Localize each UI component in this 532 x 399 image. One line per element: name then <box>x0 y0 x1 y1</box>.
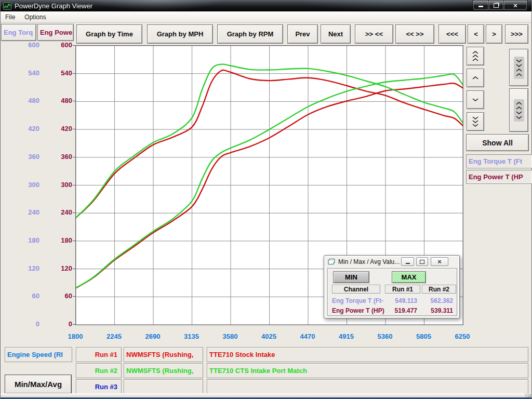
toolbar-button-eng-torq[interactable]: Eng Torq <box>1 24 36 41</box>
chevron-up-icon <box>472 58 479 61</box>
scroll-triple-down-button[interactable] <box>467 112 484 131</box>
chevron-down-icon <box>472 98 479 101</box>
toolbar-button-button[interactable]: >> << <box>355 24 393 44</box>
legend-run-label-3: Run #3 <box>76 379 122 394</box>
minimize-icon <box>478 6 483 7</box>
dialog-panel: MIN MAX Channel Run #1 Run #2 Eng Torque… <box>327 268 457 316</box>
x-tick: 3580 <box>217 332 244 340</box>
x-tick: 5360 <box>371 332 398 340</box>
toolbar-button-graph-by-rpm[interactable]: Graph by RPM <box>217 24 283 44</box>
toolbar-button-prev[interactable]: Prev <box>287 24 318 44</box>
min-button[interactable]: MIN <box>333 271 369 283</box>
zoom-in-y-button[interactable] <box>509 49 528 86</box>
channel-box-eng-power-t-hp[interactable]: Eng Power T (HP <box>466 170 532 184</box>
toolbar-button-graph-by-mph[interactable]: Graph by MPH <box>147 24 213 44</box>
chevron-up-icon <box>515 73 523 76</box>
legend-run-label-1: Run #1 <box>76 347 122 362</box>
x-tick: 4915 <box>333 332 360 340</box>
status-bar <box>1 393 531 399</box>
y-tick-power: 240 <box>41 208 72 216</box>
legend-desc-cell-1[interactable]: TTE710 Stock Intake <box>207 347 528 362</box>
y-tick-torque: 420 <box>3 125 39 132</box>
chevron-up-icon <box>472 55 479 58</box>
legend-name-cell-3[interactable] <box>124 379 203 394</box>
x-channel-box[interactable]: Engine Speed (RI <box>5 347 72 362</box>
y-tick-power: 0 <box>41 320 72 328</box>
menu-file[interactable]: File <box>1 12 20 22</box>
toolbar-button-button[interactable]: <<< <box>438 24 466 44</box>
show-all-button[interactable]: Show All <box>466 134 529 151</box>
legend-desc-cell-3[interactable] <box>207 379 528 394</box>
y-tick-power: 120 <box>41 264 72 272</box>
chevron-down-icon <box>515 111 523 114</box>
chevron-up-icon <box>472 51 479 54</box>
y-tick-torque: 360 <box>3 153 39 161</box>
y-tick-torque: 0 <box>3 320 39 328</box>
chevron-down-icon <box>472 120 479 123</box>
y-tick-torque: 480 <box>3 97 39 104</box>
dialog-torque-run1-value: 549.113 <box>385 297 417 304</box>
restore-button[interactable] <box>489 0 504 10</box>
y-tick-torque: 240 <box>3 208 39 216</box>
zoom-out-y-button[interactable] <box>509 88 528 132</box>
zoom-in-y-well <box>514 57 524 79</box>
dialog-power-run1-value: 519.477 <box>385 307 417 314</box>
legend-desc-cell-2[interactable]: TTE710 CTS Intake Port Match <box>207 363 528 378</box>
minimize-button[interactable] <box>473 0 489 10</box>
dialog-restore-icon <box>420 260 424 264</box>
y-tick-power: 180 <box>41 236 72 244</box>
dialog-minimize-icon <box>406 263 410 264</box>
dialog-header-channel: Channel <box>332 285 380 294</box>
y-tick-power: 540 <box>41 69 72 77</box>
toolbar-button-button[interactable]: >>> <box>505 24 528 44</box>
legend-name-cell-2[interactable]: NWMSFTS (Rushing, <box>124 363 203 378</box>
minmaxavg-button[interactable]: Min/Max/Avg <box>5 375 72 394</box>
y-tick-power: 600 <box>41 41 72 49</box>
y-tick-power: 360 <box>41 153 72 161</box>
legend-name-cell-1[interactable]: NWMSFTS (Rushing, <box>124 347 203 362</box>
resize-grip[interactable] <box>525 393 531 397</box>
window-title: PowerDyne Graph Viewer <box>15 2 92 10</box>
dialog-minimize-button[interactable] <box>401 257 414 266</box>
channel-box-eng-torque-t-ft[interactable]: Eng Torque T (Ft <box>466 154 532 168</box>
dialog-restore-button[interactable] <box>416 257 428 266</box>
max-button[interactable]: MAX <box>392 271 426 283</box>
dialog-title-bar[interactable]: Min / Max / Avg Valu... × <box>324 256 459 268</box>
y-tick-power: 300 <box>41 181 72 189</box>
scroll-up-button[interactable] <box>467 69 484 87</box>
toolbar-button-button[interactable]: < <box>468 24 484 44</box>
dialog-torque-run2-value: 562.362 <box>422 297 453 304</box>
chevron-up-icon <box>515 107 523 110</box>
chevron-down-icon <box>472 124 479 127</box>
toolbar-button-next[interactable]: Next <box>321 24 351 44</box>
minmax-dialog[interactable]: Min / Max / Avg Valu... × MIN MAX Channe… <box>324 255 460 318</box>
title-bar: PowerDyne Graph Viewer × <box>1 0 531 12</box>
toolbar-button-button[interactable]: << >> <box>395 24 434 44</box>
y-tick-torque: 540 <box>3 69 39 77</box>
toolbar-button-button[interactable]: > <box>486 24 502 44</box>
dialog-close-button[interactable]: × <box>431 257 448 266</box>
dialog-row-torque-label: Eng Torque T (Ft- <box>332 297 384 304</box>
dialog-header-run1: Run #1 <box>385 285 420 294</box>
menu-bar: File Options <box>1 11 531 23</box>
chevron-down-icon <box>515 116 523 119</box>
y-tick-power: 420 <box>41 125 72 132</box>
menu-options[interactable]: Options <box>20 12 50 22</box>
y-tick-torque: 300 <box>3 181 39 189</box>
restore-icon <box>494 3 499 8</box>
dialog-power-run2-value: 539.311 <box>422 307 453 314</box>
chevron-down-icon <box>515 59 523 62</box>
close-button[interactable]: × <box>504 0 527 10</box>
toolbar-button-graph-by-time[interactable]: Graph by Time <box>76 24 142 44</box>
scroll-down-button[interactable] <box>467 90 484 109</box>
toolbar-button-eng-powe[interactable]: Eng Powe <box>37 24 74 41</box>
x-tick: 5805 <box>410 332 437 340</box>
chevron-up-icon <box>472 76 479 79</box>
dialog-title: Min / Max / Avg Valu... <box>338 258 400 265</box>
x-tick: 4470 <box>294 332 321 340</box>
x-tick: 4025 <box>256 332 283 340</box>
powerdyne-window: PowerDyne Graph Viewer × File Options En… <box>0 0 532 399</box>
dialog-header-run2: Run #2 <box>422 285 456 294</box>
chevron-down-icon <box>515 64 523 67</box>
scroll-triple-up-button[interactable] <box>467 47 484 65</box>
